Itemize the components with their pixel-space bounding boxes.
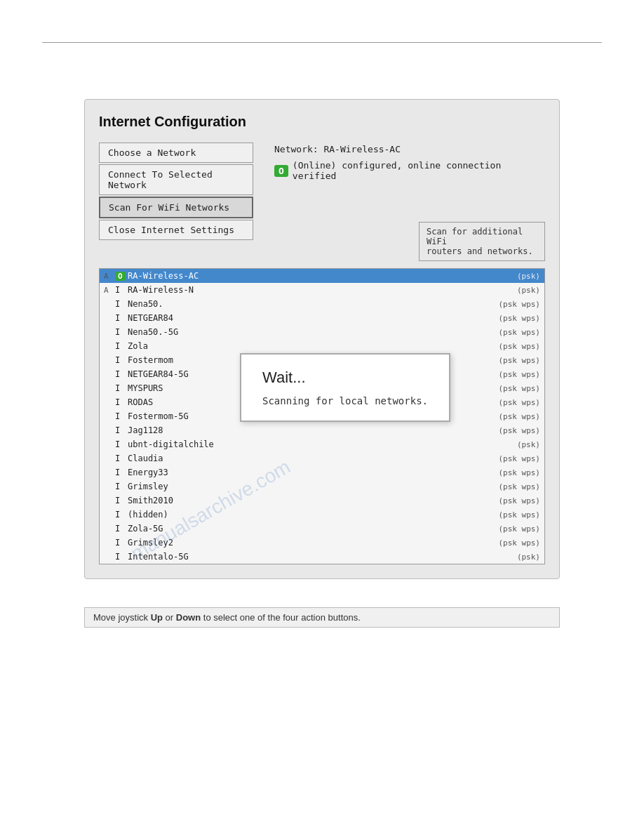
network-tags: (psk wps): [498, 496, 540, 505]
network-row[interactable]: IGrimsley2(psk wps): [100, 536, 544, 550]
wait-text: Scanning for local networks.: [262, 395, 428, 406]
choose-network-button[interactable]: Choose a Network: [99, 143, 253, 163]
network-tags: (psk): [517, 440, 540, 449]
buttons-column: Choose a Network Connect To Selected Net…: [99, 143, 260, 261]
network-name: NETGEAR84: [128, 313, 498, 323]
network-row[interactable]: I(hidden)(psk wps): [100, 508, 544, 522]
top-section: Choose a Network Connect To Selected Net…: [99, 143, 545, 261]
networks-table: AORA-Wireless-AC(psk)AIRA-Wireless-N(psk…: [99, 268, 545, 564]
main-container: Internet Configuration Choose a Network …: [84, 99, 560, 579]
network-tags: (psk wps): [498, 300, 540, 309]
bottom-bar: Move joystick Up or Down to select one o…: [84, 607, 560, 628]
network-tags: (psk wps): [498, 510, 540, 519]
col-status: I: [115, 496, 128, 505]
wait-dialog: Wait... Scanning for local networks.: [240, 353, 450, 422]
col-status: I: [115, 552, 128, 562]
network-row[interactable]: IJag1128(psk wps): [100, 423, 544, 437]
col-status: I: [115, 327, 128, 337]
network-name: (hidden): [128, 510, 498, 519]
network-row[interactable]: AIRA-Wireless-N(psk): [100, 283, 544, 297]
network-tags: (psk wps): [498, 426, 540, 435]
network-tags: (psk wps): [498, 524, 540, 534]
col-status: I: [115, 285, 128, 295]
col-a: A: [104, 272, 115, 281]
col-status: I: [115, 383, 128, 393]
network-row[interactable]: INena50.-5G(psk wps): [100, 325, 544, 339]
col-status: I: [115, 510, 128, 519]
status-text: (Online) configured, online connection v…: [293, 160, 545, 181]
col-status: I: [115, 439, 128, 449]
network-row[interactable]: INena50.(psk wps): [100, 297, 544, 311]
wait-title: Wait...: [262, 369, 428, 387]
network-name: Zola-5G: [128, 524, 498, 534]
col-status: I: [115, 425, 128, 435]
col-status: I: [115, 299, 128, 309]
network-tags: (psk wps): [498, 482, 540, 491]
network-tags: (psk): [517, 552, 540, 562]
network-tags: (psk wps): [498, 384, 540, 393]
network-row[interactable]: IZola-5G(psk wps): [100, 522, 544, 536]
network-tags: (psk wps): [498, 468, 540, 477]
col-status: I: [115, 369, 128, 379]
network-row[interactable]: IClaudia(psk wps): [100, 451, 544, 465]
network-name: RA-Wireless-N: [128, 285, 517, 295]
network-tags: (psk wps): [498, 328, 540, 337]
network-tags: (psk wps): [498, 356, 540, 365]
network-name: RA-Wireless-AC: [128, 271, 517, 281]
col-status: I: [115, 482, 128, 491]
col-status: I: [115, 411, 128, 421]
connect-selected-button[interactable]: Connect To Selected Network: [99, 164, 253, 195]
network-row[interactable]: IIntentalo-5G(psk): [100, 550, 544, 564]
col-status: I: [115, 538, 128, 548]
network-row[interactable]: INETGEAR84(psk wps): [100, 311, 544, 325]
tooltip-line2: routers and networks.: [427, 246, 533, 256]
online-dot: O: [115, 272, 126, 281]
network-tags: (psk wps): [498, 398, 540, 407]
network-name: Nena50.-5G: [128, 327, 498, 337]
status-column: Network: RA-Wireless-AC O (Online) confi…: [274, 143, 545, 261]
network-tags: (psk wps): [498, 314, 540, 323]
network-name: Jag1128: [128, 425, 498, 435]
network-name: Claudia: [128, 454, 498, 463]
network-row[interactable]: IZola(psk wps): [100, 339, 544, 353]
network-name: Intentalo-5G: [128, 552, 517, 562]
top-divider: [42, 42, 602, 43]
network-name-label: Network: RA-Wireless-AC: [274, 144, 545, 154]
online-status-row: O (Online) configured, online connection…: [274, 160, 545, 181]
network-name: Nena50.: [128, 299, 498, 309]
network-row[interactable]: Iubnt-digitalchile(psk): [100, 437, 544, 451]
col-status: I: [115, 454, 128, 463]
network-name: Zola: [128, 341, 498, 351]
close-settings-button[interactable]: Close Internet Settings: [99, 220, 253, 240]
network-tags: (psk wps): [498, 538, 540, 548]
network-name: Smith2010: [128, 496, 498, 505]
scan-tooltip: Scan for additional WiFi routers and net…: [419, 222, 545, 261]
network-tags: (psk wps): [498, 454, 540, 463]
network-name: Grimsley2: [128, 538, 498, 548]
network-tags: (psk wps): [498, 342, 540, 351]
col-status: O: [115, 271, 128, 281]
tooltip-line1: Scan for additional WiFi: [427, 227, 523, 246]
col-status: I: [115, 468, 128, 477]
network-name: Energy33: [128, 468, 498, 477]
network-name: ubnt-digitalchile: [128, 439, 517, 449]
network-tags: (psk wps): [498, 370, 540, 379]
col-status: I: [115, 313, 128, 323]
col-status: I: [115, 397, 128, 407]
online-badge: O: [274, 165, 288, 177]
col-status: I: [115, 341, 128, 351]
page-title: Internet Configuration: [99, 114, 545, 130]
scan-wifi-button[interactable]: Scan For WiFi Networks: [99, 197, 253, 218]
network-row[interactable]: IEnergy33(psk wps): [100, 465, 544, 479]
network-row[interactable]: AORA-Wireless-AC(psk): [100, 269, 544, 283]
col-status: I: [115, 355, 128, 365]
network-row[interactable]: IGrimsley(psk wps): [100, 479, 544, 494]
network-name: Grimsley: [128, 482, 498, 491]
network-row[interactable]: ISmith2010(psk wps): [100, 494, 544, 508]
col-status: I: [115, 524, 128, 534]
network-tags: (psk wps): [498, 412, 540, 421]
network-tags: (psk): [517, 286, 540, 295]
col-a: A: [104, 286, 115, 295]
network-tags: (psk): [517, 272, 540, 281]
